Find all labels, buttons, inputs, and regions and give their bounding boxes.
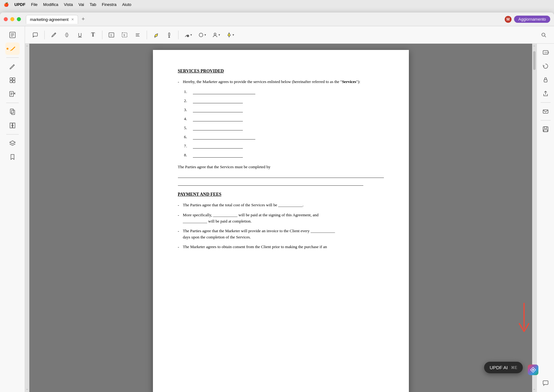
- title-bar-right: M Aggiornamento: [505, 16, 550, 23]
- app-window: marketing-agreement ✕ + M Aggiornamento: [0, 12, 554, 392]
- toolbar-shape-tool[interactable]: ▾: [196, 31, 208, 39]
- completion-line-1: [178, 172, 384, 178]
- sidebar-icon-layers[interactable]: [5, 137, 20, 149]
- svg-text:T: T: [123, 34, 125, 37]
- payment-bullet-3: - The Parties agree that the Marketer wi…: [178, 228, 384, 240]
- toolbar-sep-1: [44, 31, 45, 39]
- toolbar-search-icon[interactable]: [538, 30, 549, 40]
- sidebar-icon-convert[interactable]: [5, 88, 20, 100]
- right-sidebar-rotate-icon[interactable]: [539, 60, 552, 72]
- payment-dash-4: -: [178, 244, 179, 250]
- minimize-button[interactable]: [10, 17, 14, 21]
- sidebar-icon-pages[interactable]: [5, 105, 20, 118]
- menu-tab[interactable]: Tab: [90, 2, 96, 7]
- svg-rect-17: [12, 110, 15, 115]
- updf-ai-button[interactable]: UPDF AI ⌘E: [484, 362, 523, 373]
- right-sidebar-save-icon[interactable]: [539, 123, 552, 135]
- list-num-8: 8.: [184, 153, 190, 158]
- list-item-2: 2.: [184, 98, 384, 104]
- list-line-1: [193, 89, 255, 94]
- svg-rect-8: [10, 81, 12, 83]
- list-line-5: [193, 125, 243, 130]
- maximize-button[interactable]: [17, 17, 21, 21]
- list-item-1: 1.: [184, 89, 384, 95]
- payment-bullet-2: - More specifically, ____________ will b…: [178, 212, 384, 224]
- close-tab-icon[interactable]: ✕: [71, 17, 74, 22]
- sidebar-divider-1: [6, 57, 19, 58]
- sidebar-icon-edit[interactable]: [5, 60, 20, 73]
- list-num-1: 1.: [184, 89, 190, 94]
- services-bullet: - Hereby, the Marketer agrees to provide…: [178, 79, 384, 85]
- list-line-4: [193, 116, 243, 121]
- document-tab[interactable]: marketing-agreement ✕: [26, 15, 78, 24]
- toolbar-highlighter-icon[interactable]: [151, 30, 161, 40]
- list-item-5: 5.: [184, 125, 384, 131]
- menu-file[interactable]: File: [31, 2, 37, 7]
- right-sidebar-ocr-icon[interactable]: OCR: [539, 46, 552, 59]
- svg-point-38: [214, 33, 216, 35]
- update-button[interactable]: Aggiornamento: [514, 16, 550, 23]
- toolbar-text-icon[interactable]: T: [88, 30, 98, 40]
- sidebar-divider-2: [6, 103, 19, 103]
- payment-bullet-4: - The Marketer agrees to obtain consent …: [178, 244, 384, 250]
- menu-modifica[interactable]: Modifica: [43, 2, 58, 7]
- list-item-4: 4.: [184, 116, 384, 122]
- toolbar-person-tool[interactable]: ▾: [210, 31, 222, 39]
- list-item-8: 8.: [184, 152, 384, 158]
- pdf-right-scrollbar[interactable]: − −: [532, 44, 537, 392]
- services-word: Services: [342, 79, 356, 84]
- list-num-5: 5.: [184, 125, 190, 130]
- svg-rect-22: [33, 33, 37, 36]
- content-area: − − SERVICES PROVIDED - Hereby, the Mark…: [25, 44, 554, 392]
- svg-rect-16: [10, 109, 13, 113]
- list-item-7: 7.: [184, 143, 384, 149]
- right-sidebar-mail-icon[interactable]: [539, 105, 552, 118]
- sidebar-icon-reader[interactable]: [5, 29, 20, 41]
- tab-label: marketing-agreement: [30, 17, 69, 22]
- toolbar-underline-icon[interactable]: [75, 30, 85, 40]
- list-num-6: 6.: [184, 135, 190, 140]
- sidebar-icon-bookmark[interactable]: [5, 151, 20, 163]
- menu-finestra[interactable]: Finestra: [102, 2, 116, 7]
- right-sidebar-share-icon[interactable]: [539, 87, 552, 100]
- menu-vista[interactable]: Vista: [64, 2, 73, 7]
- toolbar-marker-icon[interactable]: [164, 30, 174, 40]
- menu-vai[interactable]: Vai: [78, 2, 84, 7]
- list-item-3: 3.: [184, 107, 384, 113]
- sidebar-icon-compress[interactable]: [5, 119, 20, 132]
- apple-logo-icon[interactable]: 🍎: [4, 2, 9, 7]
- svg-line-5: [14, 65, 14, 65]
- svg-point-37: [199, 33, 203, 37]
- list-num-3: 3.: [184, 107, 190, 112]
- toolbar-pencil-icon[interactable]: [48, 30, 59, 40]
- toolbar-color-tool[interactable]: ▾: [224, 31, 236, 39]
- toolbar-text-outline-icon[interactable]: T: [119, 30, 130, 40]
- sidebar-icon-annotate[interactable]: [5, 42, 20, 55]
- svg-rect-34: [169, 33, 170, 36]
- toolbar-strikethrough-icon[interactable]: [61, 30, 72, 40]
- right-sidebar-chat-icon[interactable]: [539, 377, 552, 390]
- menu-aiuto[interactable]: Aiuto: [122, 2, 131, 7]
- toolbar-comment-icon[interactable]: [30, 30, 41, 40]
- user-avatar: M: [505, 16, 512, 23]
- tab-bar: marketing-agreement ✕ +: [26, 15, 505, 24]
- completion-text: The Parties agree that the Services must…: [178, 164, 384, 169]
- add-tab-button[interactable]: +: [79, 15, 87, 23]
- pdf-area[interactable]: − − SERVICES PROVIDED - Hereby, the Mark…: [25, 44, 537, 392]
- sidebar-icon-organize[interactable]: [5, 74, 20, 86]
- toolbar: T T T: [25, 26, 554, 44]
- services-text: Hereby, the Marketer agrees to provide t…: [183, 79, 360, 85]
- updf-ai-label: UPDF AI: [490, 365, 508, 370]
- updf-colorful-icon[interactable]: [528, 365, 538, 375]
- svg-point-51: [532, 369, 534, 371]
- pdf-left-scrollbar[interactable]: − −: [25, 44, 29, 392]
- toolbar-pen-tool[interactable]: ▾: [182, 31, 194, 39]
- close-button[interactable]: [4, 17, 8, 21]
- toolbar-text-box-icon[interactable]: T: [106, 30, 117, 40]
- svg-point-40: [542, 33, 545, 36]
- list-num-2: 2.: [184, 98, 190, 103]
- toolbar-align-icon[interactable]: [132, 30, 143, 40]
- menu-bar: 🍎 UPDF File Modifica Vista Vai Tab Fines…: [0, 0, 554, 9]
- right-sidebar-lock-icon[interactable]: [539, 74, 552, 86]
- toolbar-sep-2: [102, 31, 102, 39]
